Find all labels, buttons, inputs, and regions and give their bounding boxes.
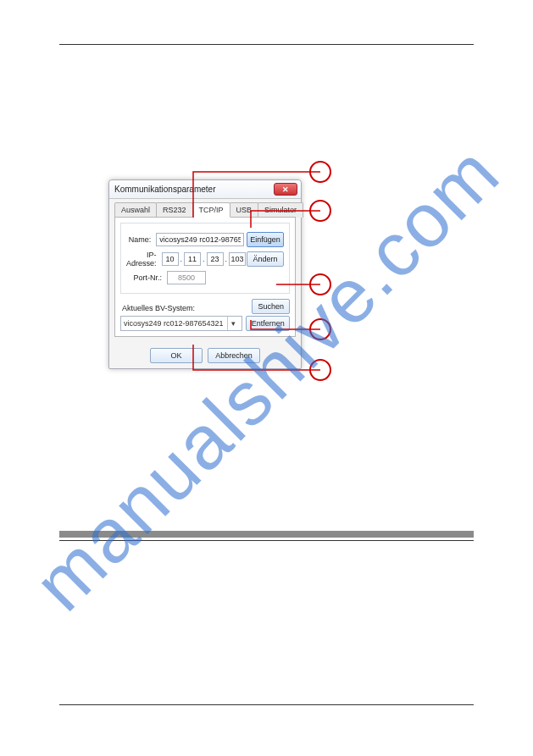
- system-combobox[interactable]: vicosys249 rc012-987654321 ▾: [120, 316, 242, 331]
- callout-circle-3: [309, 273, 331, 295]
- ip-dot: .: [180, 255, 183, 263]
- dialog-button-row: OK Abbrechen: [109, 343, 301, 368]
- page-rule-mid-thick: [59, 531, 474, 538]
- dialog-titlebar: Kommunikationsparameter ✕: [109, 180, 301, 199]
- ok-button[interactable]: OK: [150, 348, 203, 363]
- label-ip: IP-Adresse:: [126, 251, 162, 268]
- dialog-title: Kommunikationsparameter: [113, 185, 274, 194]
- tab-usb[interactable]: USB: [230, 202, 259, 218]
- page-rule-bottom: [59, 704, 474, 705]
- row-port: Port-Nr.: 8500: [126, 271, 284, 284]
- row-ip: IP-Adresse: 10 . 11 . 23 . 103 Ändern: [126, 251, 284, 268]
- ip-dot: .: [225, 255, 228, 263]
- chevron-down-icon: ▾: [227, 317, 239, 330]
- label-current-system: Aktuelles BV-System:: [122, 304, 195, 312]
- ip-octet-3[interactable]: 23: [207, 252, 224, 266]
- search-button[interactable]: Suchen: [252, 299, 290, 314]
- tabstrip: Auswahl RS232 TCP/IP USB Simulator: [109, 199, 301, 218]
- label-name: Name:: [126, 235, 156, 244]
- change-button[interactable]: Ändern: [247, 251, 284, 267]
- remove-button[interactable]: Entfernen: [246, 316, 290, 331]
- page-rule-top: [59, 44, 474, 45]
- tab-panel-tcpip: Name: vicosys249 rc012-987654321 Einfüge…: [114, 217, 296, 337]
- tab-tcpip[interactable]: TCP/IP: [192, 202, 230, 218]
- close-icon: ✕: [282, 185, 289, 194]
- input-port-value: 8500: [178, 273, 195, 282]
- row-name: Name: vicosys249 rc012-987654321 Einfüge…: [126, 232, 284, 247]
- ip-octet-4[interactable]: 103: [229, 252, 246, 266]
- ip-input-group: 10 . 11 . 23 . 103: [162, 252, 247, 266]
- ip-dot: .: [203, 255, 205, 263]
- close-button[interactable]: ✕: [274, 183, 297, 196]
- ip-octet-2[interactable]: 11: [184, 252, 201, 266]
- input-port[interactable]: 8500: [167, 271, 206, 284]
- ip-octet-1[interactable]: 10: [162, 252, 179, 266]
- input-name-value: vicosys249 rc012-987654321: [159, 235, 241, 244]
- label-port: Port-Nr.:: [126, 273, 167, 282]
- callout-circle-2: [309, 200, 331, 222]
- system-combobox-value: vicosys249 rc012-987654321: [124, 319, 224, 328]
- callout-circle-4: [309, 318, 331, 340]
- dialog-communication-parameters: Kommunikationsparameter ✕ Auswahl RS232 …: [108, 179, 302, 369]
- tab-rs232[interactable]: RS232: [156, 202, 193, 218]
- callout-circle-1: [309, 161, 331, 183]
- connection-group: Name: vicosys249 rc012-987654321 Einfüge…: [120, 223, 290, 294]
- tab-simulator[interactable]: Simulator: [258, 202, 303, 218]
- tab-auswahl[interactable]: Auswahl: [114, 202, 157, 218]
- page-rule-mid-thin: [59, 540, 474, 541]
- insert-button[interactable]: Einfügen: [247, 232, 284, 247]
- callout-leaders: [0, 0, 533, 756]
- input-name[interactable]: vicosys249 rc012-987654321: [156, 233, 244, 246]
- callout-circle-5: [309, 359, 331, 381]
- cancel-button[interactable]: Abbrechen: [208, 348, 260, 363]
